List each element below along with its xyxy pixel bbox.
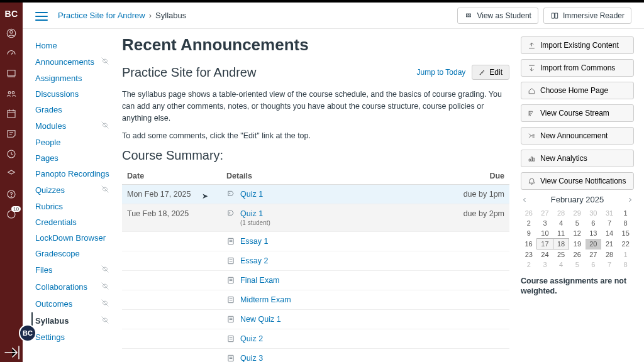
bc-floating-badge[interactable]: BC xyxy=(19,324,36,342)
cal-day[interactable]: 16 xyxy=(521,239,537,250)
breadcrumb-course[interactable]: Practice Site for Andrew xyxy=(58,11,145,20)
course-nav-item[interactable]: Syllabus xyxy=(31,312,116,329)
cal-day[interactable]: 29 xyxy=(569,208,586,218)
cal-day[interactable]: 14 xyxy=(601,228,618,239)
cal-prev-icon[interactable] xyxy=(521,196,528,204)
assignment-link[interactable]: Final Exam xyxy=(240,276,280,285)
cal-day[interactable]: 28 xyxy=(601,250,618,260)
cal-day[interactable]: 15 xyxy=(618,228,634,239)
course-nav-item[interactable]: Collaborations xyxy=(31,278,116,295)
course-nav-item[interactable]: Modules xyxy=(31,118,116,134)
cal-day[interactable]: 30 xyxy=(586,208,602,218)
course-nav-item[interactable]: Gradescope xyxy=(31,246,116,261)
notifications-icon[interactable] xyxy=(6,209,17,222)
sidebar-action-button[interactable]: Choose Home Page xyxy=(521,82,634,99)
cal-day[interactable]: 17 xyxy=(537,239,553,250)
col-date[interactable]: Date xyxy=(122,168,221,185)
cal-day[interactable]: 6 xyxy=(586,218,602,228)
rail-collapse[interactable] xyxy=(0,343,23,362)
cal-day[interactable]: 7 xyxy=(601,218,618,228)
cal-day[interactable]: 12 xyxy=(569,228,586,239)
history-icon[interactable] xyxy=(6,148,17,160)
sidebar-action-button[interactable]: Import from Commons xyxy=(521,59,634,77)
course-nav-item[interactable]: Rubrics xyxy=(31,199,116,214)
assignment-link[interactable]: New Quiz 1 xyxy=(240,315,281,324)
jump-to-today-link[interactable]: Jump to Today xyxy=(416,68,465,77)
sidebar-action-button[interactable]: View Course Notifications xyxy=(521,172,634,190)
account-icon[interactable] xyxy=(6,28,17,39)
courses-icon[interactable] xyxy=(6,68,17,79)
cal-day[interactable]: 25 xyxy=(553,250,569,260)
cal-day[interactable]: 9 xyxy=(521,228,537,239)
cal-day[interactable]: 28 xyxy=(553,208,569,218)
cal-day[interactable]: 18 xyxy=(553,239,569,250)
cal-day[interactable]: 4 xyxy=(553,218,569,228)
cal-day[interactable]: 5 xyxy=(569,218,586,228)
brand-logo[interactable]: BC xyxy=(4,9,18,19)
cal-day[interactable]: 10 xyxy=(537,228,553,239)
course-nav-item[interactable]: Settings xyxy=(31,329,116,345)
cal-day[interactable]: 1 xyxy=(618,250,634,260)
cal-day[interactable]: 5 xyxy=(569,260,586,270)
course-nav-item[interactable]: Assignments xyxy=(31,70,116,86)
assignment-link[interactable]: Essay 2 xyxy=(240,256,268,265)
sidebar-action-button[interactable]: Import Existing Content xyxy=(521,36,634,54)
course-nav-item[interactable]: Discussions xyxy=(31,86,116,102)
assignment-link[interactable]: Midterm Exam xyxy=(240,295,291,304)
cal-day[interactable]: 21 xyxy=(601,239,618,250)
cal-day[interactable]: 26 xyxy=(569,250,586,260)
sidebar-action-button[interactable]: View Course Stream xyxy=(521,104,634,122)
course-nav-item[interactable]: Credentials xyxy=(31,214,116,230)
inbox-icon[interactable] xyxy=(6,128,17,140)
cal-day[interactable]: 6 xyxy=(586,260,602,270)
immersive-reader-button[interactable]: Immersive Reader xyxy=(543,8,631,24)
course-nav-item[interactable]: Pages xyxy=(31,150,116,166)
course-nav-item[interactable]: Panopto Recordings xyxy=(31,166,116,182)
groups-icon[interactable] xyxy=(6,88,17,99)
cal-day[interactable]: 20 xyxy=(586,239,602,250)
col-details[interactable]: Details xyxy=(221,168,447,185)
cal-day[interactable]: 2 xyxy=(521,260,537,270)
course-nav-item[interactable]: Quizzes xyxy=(31,182,116,199)
cal-day[interactable]: 2 xyxy=(521,218,537,228)
cal-day[interactable]: 22 xyxy=(618,239,634,250)
cal-day[interactable]: 27 xyxy=(537,208,553,218)
course-nav-item[interactable]: LockDown Browser xyxy=(31,230,116,246)
cal-day[interactable]: 3 xyxy=(537,260,553,270)
cal-day[interactable]: 31 xyxy=(601,208,618,218)
course-nav-item[interactable]: Grades xyxy=(31,102,116,118)
cal-day[interactable]: 3 xyxy=(537,218,553,228)
edit-button[interactable]: Edit xyxy=(472,65,509,80)
assignment-link[interactable]: Quiz 3 xyxy=(240,354,263,362)
sidebar-action-button[interactable]: New Announcement xyxy=(521,127,634,145)
cal-day[interactable]: 24 xyxy=(537,250,553,260)
cal-day[interactable]: 8 xyxy=(618,218,634,228)
commons-icon[interactable] xyxy=(6,168,17,180)
col-due[interactable]: Due xyxy=(447,168,509,185)
course-nav-item[interactable]: Announcements xyxy=(31,53,116,70)
dashboard-icon[interactable] xyxy=(6,48,17,59)
cal-day[interactable]: 11 xyxy=(553,228,569,239)
course-nav-item[interactable]: Home xyxy=(31,38,116,53)
cal-day[interactable]: 26 xyxy=(521,208,537,218)
hamburger-icon[interactable] xyxy=(35,9,48,22)
assignment-link[interactable]: Quiz 2 xyxy=(240,334,263,343)
sidebar-action-button[interactable]: New Analytics xyxy=(521,150,634,167)
cal-day[interactable]: 8 xyxy=(618,260,634,270)
course-nav-item[interactable]: People xyxy=(31,134,116,150)
cal-day[interactable]: 13 xyxy=(586,228,602,239)
view-as-student-button[interactable]: View as Student xyxy=(457,8,538,24)
course-nav-item[interactable]: Outcomes xyxy=(31,295,116,312)
cal-day[interactable]: 4 xyxy=(553,260,569,270)
cal-day[interactable]: 19 xyxy=(569,239,586,250)
help-icon[interactable] xyxy=(6,189,17,200)
calendar-icon[interactable] xyxy=(6,108,17,119)
course-nav-item[interactable]: Files xyxy=(31,261,116,278)
cal-day[interactable]: 27 xyxy=(586,250,602,260)
cal-day[interactable]: 23 xyxy=(521,250,537,260)
cal-next-icon[interactable] xyxy=(626,196,634,204)
assignment-link[interactable]: Quiz 1 xyxy=(240,190,263,199)
cal-day[interactable]: 7 xyxy=(601,260,618,270)
assignment-link[interactable]: Essay 1 xyxy=(240,237,268,246)
assignment-link[interactable]: Quiz 1 xyxy=(240,209,263,218)
